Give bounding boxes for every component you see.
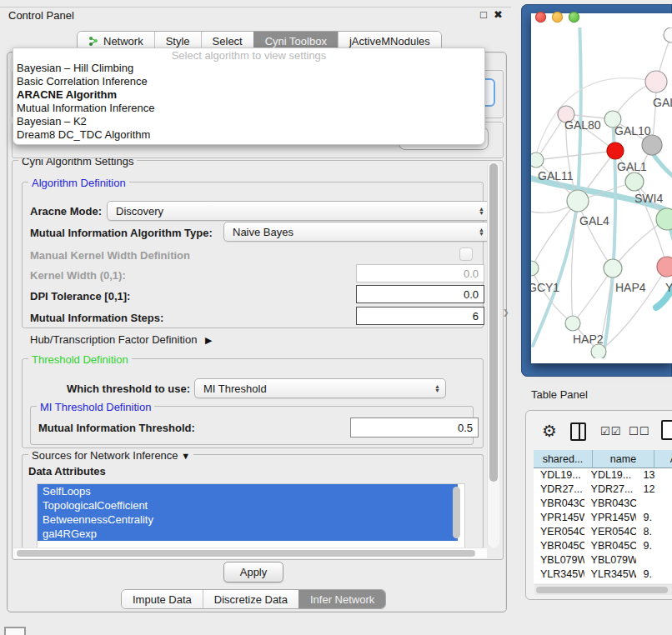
network-edge[interactable] <box>573 268 613 323</box>
expanded-arrow-icon[interactable]: ▼ <box>181 451 190 461</box>
dropdown-item-selected[interactable]: ARACNE Algorithm <box>13 88 484 102</box>
dropdown-item[interactable]: Basic Correlation Inference <box>13 75 484 88</box>
table-cell[interactable]: YER054C <box>534 525 584 539</box>
network-node-gal1[interactable] <box>625 172 644 191</box>
network-node-y[interactable] <box>657 257 672 277</box>
aracne-mode-combobox[interactable]: Discovery ▲▼ <box>107 201 490 221</box>
function-builder-icon[interactable] <box>661 420 672 440</box>
table-cell[interactable] <box>636 553 672 568</box>
table-cell[interactable]: YER054C <box>584 525 637 539</box>
network-edge[interactable] <box>536 151 615 160</box>
table-cell[interactable]: YDR27... <box>534 482 584 497</box>
table-row[interactable]: YER054CYER054C8. <box>534 525 672 539</box>
dropdown-item[interactable]: Dream8 DC_TDC Algorithm <box>13 128 484 142</box>
mi-threshold-input[interactable]: 0.5 <box>350 418 479 438</box>
column-header-shared-name[interactable]: shared... <box>534 450 593 468</box>
data-attribute-item-selected[interactable]: BetweennessCentrality <box>38 512 458 527</box>
table-cell[interactable]: 9. <box>636 539 672 553</box>
deselect-all-checkboxes-icon[interactable]: ☐☐ <box>629 425 649 438</box>
manual-kernel-width-checkbox[interactable] <box>459 248 473 261</box>
mi-algorithm-type-combobox[interactable]: Naive Bayes ▲▼ <box>223 222 490 242</box>
table-cell[interactable]: YPR145W <box>584 511 637 525</box>
column-header-name[interactable]: name <box>593 450 654 468</box>
table-row[interactable]: YBR045CYBR045C9. <box>534 539 672 553</box>
network-node[interactable] <box>591 344 606 358</box>
table-cell[interactable]: YBR045C <box>584 539 637 553</box>
network-edge[interactable] <box>578 28 581 201</box>
dpi-tolerance-input[interactable]: 0.0 <box>356 285 484 303</box>
network-edge[interactable] <box>578 201 613 268</box>
close-panel-icon[interactable]: ✖ <box>494 8 503 21</box>
hub-transcription-factor-section[interactable]: Hub/Transcription Factor Definition ▶ <box>30 333 212 346</box>
table-cell[interactable]: YDR27... <box>584 482 637 497</box>
network-node[interactable] <box>642 135 662 155</box>
network-edge[interactable] <box>652 152 672 182</box>
table-cell[interactable]: YLR345W <box>584 568 637 582</box>
settings-vertical-scrollbar[interactable] <box>487 162 499 548</box>
table-cell[interactable]: YBL079W <box>584 553 637 568</box>
close-window-icon[interactable] <box>535 12 546 22</box>
table-row[interactable]: YIL052CYIL052C0. <box>534 582 672 583</box>
apply-button[interactable]: Apply <box>223 562 283 582</box>
table-cell[interactable]: YLR345W <box>534 568 584 582</box>
table-row[interactable]: YBR043CYBR043C <box>534 497 672 511</box>
zoom-window-icon[interactable] <box>569 12 579 22</box>
table-cell[interactable]: YBR045C <box>534 539 584 553</box>
settings-horizontal-scrollbar-thumb[interactable] <box>17 550 475 557</box>
table-cell[interactable]: 9. <box>636 568 672 582</box>
network-node[interactable] <box>664 28 672 42</box>
tab-infer-network[interactable]: Infer Network <box>298 590 385 608</box>
table-cell[interactable]: YBR043C <box>584 497 637 511</box>
network-node-hap2[interactable] <box>565 316 580 331</box>
network-node[interactable] <box>607 142 624 159</box>
data-attribute-item-selected[interactable]: TopologicalCoefficient <box>38 498 458 512</box>
network-canvas[interactable]: GALGAL80GAL10GAL11GAL1SWI4GAL4GCY1HAP4YH… <box>531 28 672 358</box>
table-cell[interactable]: 13 <box>636 468 672 482</box>
table-row[interactable]: YDL19...YDL19...13 <box>534 468 672 482</box>
table-cell[interactable]: 0. <box>636 582 672 583</box>
which-threshold-combobox[interactable]: MI Threshold ▲▼ <box>194 378 446 398</box>
tab-impute-data[interactable]: Impute Data <box>122 590 203 608</box>
network-node-swi4[interactable] <box>656 208 672 230</box>
dropdown-item[interactable]: Bayesian – Hill Climbing <box>13 62 484 75</box>
table-cell[interactable]: YDL19... <box>584 468 637 482</box>
network-node-hap4[interactable] <box>604 259 622 278</box>
table-cell[interactable]: YBR043C <box>534 497 584 511</box>
settings-vertical-scrollbar-thumb[interactable] <box>489 163 498 482</box>
table-cell[interactable]: YBL079W <box>534 553 584 568</box>
settings-horizontal-scrollbar[interactable] <box>13 548 487 558</box>
column-layout-icon[interactable] <box>570 422 586 441</box>
data-attribute-item-selected[interactable]: SelfLoops <box>38 484 458 498</box>
column-header-partial[interactable]: A <box>654 450 672 468</box>
table-cell[interactable] <box>636 497 672 511</box>
select-all-checkboxes-icon[interactable]: ☑☑ <box>600 425 621 438</box>
settings-gear-icon[interactable]: ⚙ <box>542 421 557 441</box>
splitter-handle[interactable]: ❯ <box>503 308 509 317</box>
minimize-window-icon[interactable] <box>552 12 563 22</box>
dropdown-item[interactable]: Mutual Information Inference <box>13 102 484 115</box>
table-row[interactable]: YLR345WYLR345W9. <box>534 568 672 582</box>
float-window-icon[interactable]: □ <box>480 8 487 21</box>
table-row[interactable]: YDR27...YDR27...12 <box>534 482 672 497</box>
network-node-gcy1[interactable] <box>531 261 539 276</box>
table-cell[interactable]: YIL052C <box>584 582 637 583</box>
table-row[interactable]: YBL079WYBL079W <box>534 553 672 568</box>
table-cell[interactable]: YIL052C <box>534 582 584 583</box>
table-horizontal-scrollbar-thumb[interactable] <box>536 587 668 593</box>
data-attributes-list[interactable]: SelfLoopsTopologicalCoefficientBetweenne… <box>37 483 465 548</box>
table-cell[interactable]: 9. <box>636 511 672 525</box>
network-node-gal[interactable] <box>645 71 667 92</box>
table-cell[interactable]: 8. <box>636 525 672 539</box>
table-cell[interactable]: YPR145W <box>534 511 584 525</box>
kernel-width-input[interactable]: 0.0 <box>356 264 484 282</box>
table-row[interactable]: YPR145WYPR145W9. <box>534 511 672 525</box>
table-cell[interactable]: YDL19... <box>534 468 584 482</box>
table-cell[interactable]: 12 <box>636 482 672 497</box>
mi-steps-input[interactable]: 6 <box>356 307 484 325</box>
data-attribute-item-selected[interactable]: gal4RGexp <box>38 527 458 541</box>
table-body[interactable]: YDL19...YDL19...13YDR27...YDR27...12YBR0… <box>534 468 672 583</box>
list-scrollbar-thumb[interactable] <box>453 487 460 538</box>
network-node-gal11[interactable] <box>531 152 544 168</box>
network-node-gal4[interactable] <box>567 190 589 212</box>
panel-grip[interactable] <box>4 627 26 635</box>
